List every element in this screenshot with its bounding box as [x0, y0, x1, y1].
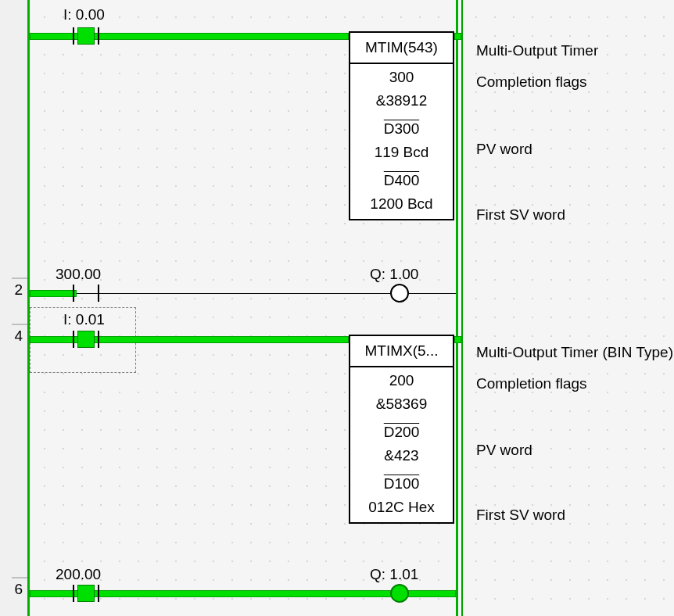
fb-side-label: Completion flags: [476, 375, 587, 392]
fb-value: 012C Hex: [350, 492, 453, 522]
rung-number: 4: [14, 328, 23, 345]
fb-value: &38912: [350, 86, 453, 116]
fb-mtimx[interactable]: MTIMX(5... 200 &58369 D200 &423 D100 012…: [349, 335, 454, 524]
fb-operand: D400: [350, 167, 453, 189]
contact-bar: [98, 331, 99, 348]
contact-bar: [73, 585, 74, 602]
contact-bar: [98, 285, 99, 302]
contact-label: I: 0.01: [63, 311, 105, 328]
wire: [454, 33, 461, 40]
fb-value: 1200 Bcd: [350, 189, 453, 219]
contact-bar: [98, 585, 99, 602]
fb-side-label: First SV word: [476, 507, 565, 524]
contact-label: I: 0.00: [63, 6, 105, 23]
coil-label: Q: 1.01: [370, 566, 418, 583]
rung-number: 2: [14, 281, 23, 299]
fb-side-label: PV word: [476, 141, 532, 158]
fb-value: &423: [350, 441, 453, 471]
coil-label: Q: 1.00: [370, 266, 418, 283]
contact-no[interactable]: [77, 27, 95, 45]
rung-number-gutter: 2 4 6: [0, 0, 27, 616]
fb-value: &58369: [350, 389, 453, 419]
fb-value: 119 Bcd: [350, 138, 453, 167]
contact-bar: [73, 331, 74, 348]
fb-operand: D200: [350, 419, 453, 441]
contact-no[interactable]: [77, 331, 95, 348]
fb-operand: D100: [350, 471, 453, 492]
fb-operand: 200: [350, 367, 453, 389]
fb-mtim[interactable]: MTIM(543) 300 &38912 D300 119 Bcd D400 1…: [349, 31, 454, 220]
ladder-canvas[interactable]: I: 0.00 MTIM(543) 300 &38912 D300 119 Bc…: [27, 0, 674, 616]
contact-label: 200.00: [56, 566, 101, 583]
coil-open[interactable]: [390, 284, 409, 303]
fb-side-label: Completion flags: [476, 73, 587, 91]
contact-label: 300.00: [56, 266, 101, 283]
wire: [454, 336, 461, 343]
contact-bar: [73, 285, 74, 302]
fb-title: MTIM(543): [350, 33, 453, 64]
contact-bar: [98, 27, 99, 45]
wire: [30, 290, 77, 297]
right-power-rail: [456, 0, 458, 616]
contact-bar: [73, 27, 74, 45]
fb-side-label: Multi-Output Timer: [476, 42, 598, 59]
fb-operand: 300: [350, 64, 453, 86]
fb-side-label: Multi-Output Timer (BIN Type): [476, 344, 673, 361]
right-power-rail-outer: [461, 0, 463, 616]
rung-number: 6: [14, 581, 23, 598]
fb-side-label: PV word: [476, 442, 532, 459]
fb-side-label: First SV word: [476, 206, 565, 224]
coil-on[interactable]: [390, 584, 409, 603]
fb-operand: D300: [350, 116, 453, 138]
fb-title: MTIMX(5...: [350, 336, 453, 367]
contact-no[interactable]: [77, 585, 95, 602]
